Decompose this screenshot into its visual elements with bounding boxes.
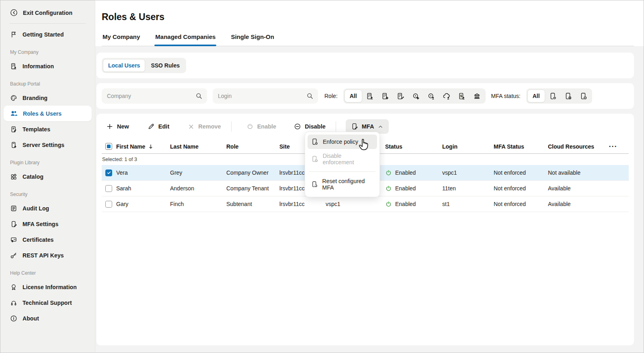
server-gear-icon xyxy=(10,141,17,149)
cell-status: Enabled xyxy=(385,169,442,176)
column-header-login[interactable]: Login xyxy=(442,143,494,150)
role-filter-company-administrator[interactable] xyxy=(378,90,393,102)
sidebar-item-certificates[interactable]: Certificates xyxy=(0,232,95,247)
headset-icon xyxy=(10,299,17,306)
company-search-input[interactable] xyxy=(102,88,207,104)
role-filter-site-user[interactable] xyxy=(424,90,439,102)
role-filter: All $ xyxy=(343,88,486,104)
remove-button[interactable]: Remove xyxy=(183,120,225,133)
mfa-filter-disabled[interactable] xyxy=(561,90,576,102)
row-checkbox[interactable] xyxy=(105,201,112,208)
chevron-up-icon xyxy=(377,124,384,130)
exit-configuration-label: Exit Configuration xyxy=(23,10,72,16)
sidebar-item-technical-support[interactable]: Technical Support xyxy=(0,295,95,310)
table-row[interactable]: Gary Finch Subtenant lrsvbr11cc vspc1 En… xyxy=(102,196,629,212)
sidebar-section-my-company: My Company xyxy=(0,42,95,58)
menu-divider xyxy=(309,171,375,172)
tab-single-sign-on[interactable]: Single Sign-On xyxy=(230,33,275,46)
role-filter-all[interactable]: All xyxy=(345,90,362,102)
sidebar-item-license-information[interactable]: License Information xyxy=(0,279,95,295)
users-icon xyxy=(10,110,18,117)
role-filter-site-administrator[interactable] xyxy=(408,90,423,102)
page-title: Roles & Users xyxy=(102,12,634,22)
phone-key-icon xyxy=(351,123,358,130)
row-checkbox[interactable] xyxy=(105,169,112,176)
cell-cloud-resources: Not available xyxy=(548,169,605,176)
building-person-icon xyxy=(366,92,374,100)
tab-managed-companies[interactable]: Managed Companies xyxy=(154,33,216,46)
role-filter-company-key[interactable] xyxy=(393,90,408,102)
edit-button[interactable]: Edit xyxy=(143,120,174,133)
svg-text:$: $ xyxy=(460,94,462,98)
toolbar-divider xyxy=(231,121,232,132)
enable-button[interactable]: Enable xyxy=(242,120,281,133)
building-key-icon xyxy=(397,92,404,100)
mfa-filter-all[interactable]: All xyxy=(527,90,545,102)
role-filter-company-owner[interactable] xyxy=(363,90,377,102)
menu-item-label: Reset configured MFA xyxy=(322,178,373,191)
sidebar-item-templates[interactable]: Templates xyxy=(0,121,95,137)
login-search-input[interactable] xyxy=(213,88,318,104)
sidebar-item-mfa-settings[interactable]: MFA Settings xyxy=(0,216,95,232)
cell-status: Enabled xyxy=(385,185,442,192)
sidebar-item-label: Certificates xyxy=(23,237,53,243)
new-button-label: New xyxy=(117,123,129,130)
catalog-grid-icon xyxy=(10,173,17,180)
role-filter-bank[interactable] xyxy=(470,90,484,102)
select-all-checkbox[interactable] xyxy=(105,143,112,150)
sidebar-item-catalog[interactable]: Catalog xyxy=(0,169,95,184)
tab-my-company[interactable]: My Company xyxy=(102,33,141,46)
toggle-local-users[interactable]: Local Users xyxy=(103,59,145,72)
sidebar-item-label: License Information xyxy=(23,284,77,290)
sidebar-item-server-settings[interactable]: Server Settings xyxy=(0,137,95,153)
status-label: Enabled xyxy=(395,201,416,207)
cell-mfa-status: Not enforced xyxy=(494,185,548,192)
role-filter-billing[interactable]: $ xyxy=(454,90,469,102)
mfa-status-filter: All xyxy=(526,88,592,104)
content-area: Local Users SSO Rules Role: All xyxy=(95,46,644,353)
sidebar-item-branding[interactable]: Branding xyxy=(0,90,95,106)
exit-configuration-button[interactable]: Exit Configuration xyxy=(0,5,95,20)
menu-item-disable-enforcement[interactable]: Disable enforcement xyxy=(308,149,377,169)
sidebar-item-rest-api-keys[interactable]: REST API Keys xyxy=(0,247,95,263)
row-checkbox[interactable] xyxy=(105,185,112,192)
role-filter-cloud-user[interactable] xyxy=(439,90,454,102)
column-header-cloud-resources[interactable]: Cloud Resources xyxy=(548,143,605,150)
sidebar-item-information[interactable]: Information xyxy=(0,58,95,74)
sidebar-item-audit-log[interactable]: Audit Log xyxy=(0,200,95,216)
sidebar-item-label: Server Settings xyxy=(23,142,64,148)
sidebar-section-security: Security xyxy=(0,184,95,200)
cell-mfa-status: Not enforced xyxy=(494,201,548,207)
column-header-role[interactable]: Role xyxy=(226,143,279,150)
mfa-filter-not-configured[interactable] xyxy=(576,90,591,102)
column-header-last-name[interactable]: Last Name xyxy=(170,143,226,150)
status-label: Enabled xyxy=(395,185,416,192)
main-area: Roles & Users My Company Managed Compani… xyxy=(95,0,644,353)
filters-card: Role: All $ MFA status: All xyxy=(96,83,634,109)
column-header-first-name[interactable]: First Name xyxy=(116,143,170,150)
sidebar-item-getting-started[interactable]: Getting Started xyxy=(0,27,95,42)
cell-last-name: Finch xyxy=(170,201,226,207)
site-person-icon xyxy=(427,92,435,100)
enable-button-label: Enable xyxy=(257,123,277,130)
search-icon xyxy=(195,92,203,100)
info-circle-icon xyxy=(10,315,17,322)
phone-x-icon xyxy=(580,92,587,100)
disable-button[interactable]: Disable xyxy=(289,120,330,133)
menu-item-reset-configured-mfa[interactable]: Reset configured MFA xyxy=(308,174,377,194)
sidebar-item-about[interactable]: About xyxy=(0,310,95,326)
mfa-filter-enforced[interactable] xyxy=(546,90,560,102)
sidebar-item-label: About xyxy=(23,315,39,322)
role-filter-label: Role: xyxy=(324,93,338,99)
x-icon xyxy=(188,123,195,130)
toggle-sso-rules[interactable]: SSO Rules xyxy=(146,59,185,72)
more-columns-icon[interactable]: ··· xyxy=(609,143,617,150)
site-gear-icon xyxy=(412,92,420,100)
login-search xyxy=(213,88,318,104)
sidebar-item-roles-users[interactable]: Roles & Users xyxy=(4,106,92,121)
column-header-status[interactable]: Status xyxy=(385,143,442,150)
phone-x-icon xyxy=(311,155,318,163)
column-header-mfa-status[interactable]: MFA Status xyxy=(494,143,548,150)
sidebar-section-backup-portal: Backup Portal xyxy=(0,74,95,90)
new-button[interactable]: New xyxy=(102,120,133,133)
